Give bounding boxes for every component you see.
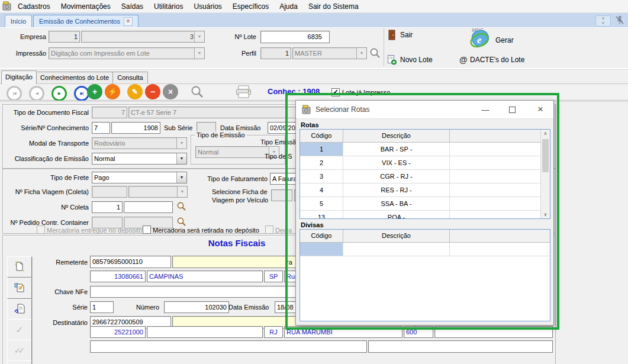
combo-arrow-icon[interactable]: ▼ xyxy=(194,31,204,42)
tab-conhecimentos-lote[interactable]: Conhecimentos do Lote xyxy=(36,72,113,84)
rota-row[interactable]: 4 RES - RJ - xyxy=(300,183,550,197)
tab-emissao-conhecimentos[interactable]: Emissão de Conhecimentos × xyxy=(33,15,139,27)
lote-impresso-checkbox[interactable]: ✓ xyxy=(331,88,340,96)
ficha-viagem-code-field[interactable] xyxy=(92,186,127,198)
coleta-field-2[interactable] xyxy=(124,201,173,213)
cancel-record-icon[interactable]: × xyxy=(163,84,178,99)
destinatario-compl-field[interactable] xyxy=(434,326,553,338)
rotas-grid[interactable]: Código Descrição 1 BAR - SP - 2 VIX - ES… xyxy=(299,129,550,219)
tabstrip-chevron-button[interactable]: ∨ ∨ xyxy=(595,15,611,27)
tipo-doc-combo[interactable]: CT-e 57 Serie 7 xyxy=(128,107,306,118)
declaracao-checkbox[interactable] xyxy=(265,226,273,234)
divisa-codigo[interactable] xyxy=(300,243,343,256)
post-record-icon[interactable]: ⚡ xyxy=(105,84,120,99)
ficha-viagem-combo[interactable]: ▼ xyxy=(128,186,188,198)
combo-arrow-icon[interactable]: ▼ xyxy=(176,153,186,164)
dialog-minimize-icon[interactable]: — xyxy=(476,101,494,118)
novo-lote-button[interactable]: Novo Lote xyxy=(387,54,440,66)
sair-button[interactable]: Sair xyxy=(388,30,430,41)
rota-codigo[interactable]: 13 xyxy=(300,211,343,219)
nf-confirm-button[interactable]: ✓ xyxy=(7,319,32,340)
empresa-code-field[interactable]: 1 xyxy=(49,31,80,43)
rota-codigo[interactable]: 2 xyxy=(300,156,343,169)
menu-sair-sistema[interactable]: Sair do Sistema xyxy=(303,0,364,13)
nav-next-record-icon[interactable]: ▶ xyxy=(51,86,67,101)
nf-numero-field[interactable]: 102030 xyxy=(164,301,229,313)
perfil-code-field[interactable]: 1 xyxy=(260,47,291,59)
rota-codigo[interactable]: 1 xyxy=(300,143,343,156)
nav-prior-record-icon[interactable]: ◀ xyxy=(29,86,44,101)
delete-record-icon[interactable]: − xyxy=(145,84,160,99)
tab-digitacao[interactable]: Digitação xyxy=(1,70,37,84)
combo-arrow-icon[interactable]: ▼ xyxy=(177,186,187,197)
rota-descricao[interactable]: VIX - ES - xyxy=(343,156,450,169)
nf-confirm-all-button[interactable]: ✓✓ xyxy=(7,340,32,361)
menu-cadastros[interactable]: Cadastros xyxy=(12,0,56,13)
menu-especificos[interactable]: Específicos xyxy=(227,0,274,13)
nf-extra-field-2[interactable] xyxy=(368,340,553,353)
menu-saidas[interactable]: Saídas xyxy=(116,0,149,13)
rota-descricao[interactable]: SSA - BA - xyxy=(343,197,450,210)
remetente-cidade-field[interactable]: CAMPINAS xyxy=(147,270,263,282)
edit-record-icon[interactable]: ✎ xyxy=(127,84,143,99)
nf-edit-button[interactable] xyxy=(7,278,32,299)
nf-serie-field[interactable]: 1 xyxy=(90,301,114,313)
lote-field[interactable]: 6835 xyxy=(260,31,330,43)
remetente-cep-field[interactable]: 13080661 xyxy=(90,270,146,282)
dialog-titlebar[interactable]: Selecionar Rotas — × xyxy=(296,101,553,119)
divisa-row[interactable] xyxy=(300,243,550,256)
chave-nfe-field[interactable] xyxy=(90,286,327,298)
nf-extra-field-1[interactable] xyxy=(90,340,367,353)
combo-arrow-icon[interactable]: ▼ xyxy=(194,48,204,59)
nav-first-record-icon[interactable]: |◀ xyxy=(7,86,22,101)
conhecimento-field[interactable]: 1908 xyxy=(111,122,160,134)
nf-cancel-button[interactable]: ✕ xyxy=(7,360,32,364)
ficha-veiculo-field-1[interactable] xyxy=(271,189,292,201)
scroll-down-icon[interactable]: ∨ xyxy=(541,212,550,217)
dialog-close-icon[interactable]: × xyxy=(532,101,549,118)
divisa-descricao[interactable] xyxy=(343,243,450,256)
coleta-num-field[interactable]: 1 xyxy=(92,201,123,213)
mercadoria-retirada-checkbox[interactable] xyxy=(143,226,151,234)
scroll-up-icon[interactable]: ∧ xyxy=(541,131,550,136)
destinatario-rua-field[interactable]: RUA MARUMBI xyxy=(284,326,402,338)
rota-codigo[interactable]: 3 xyxy=(300,170,343,183)
search-record-icon[interactable] xyxy=(191,85,204,100)
combo-arrow-icon[interactable]: ▼ xyxy=(176,138,186,149)
combo-arrow-icon[interactable]: ▼ xyxy=(176,172,186,183)
gerar-mdfe-button[interactable]: MDF e Gerar xyxy=(468,26,533,50)
divisas-grid[interactable]: Código Descrição xyxy=(299,229,550,321)
rotas-scrollbar[interactable]: ∧ ∨ xyxy=(540,130,550,218)
rota-descricao[interactable]: POA - xyxy=(343,211,450,219)
rota-row[interactable]: 3 CGR - RJ - xyxy=(300,170,550,183)
menu-movimentacoes[interactable]: Movimentações xyxy=(56,0,116,13)
unpin-icon[interactable] xyxy=(614,15,625,27)
combo-arrow-icon[interactable]: ▼ xyxy=(356,48,366,59)
rota-codigo[interactable]: 4 xyxy=(300,183,343,197)
scrollbar-thumb[interactable] xyxy=(542,139,549,172)
rota-descricao[interactable]: CGR - RJ - xyxy=(343,170,450,183)
rota-row[interactable]: 1 BAR - SP - xyxy=(300,143,550,156)
menu-ajuda[interactable]: Ajuda xyxy=(274,0,303,13)
tab-consulta[interactable]: Consulta xyxy=(112,72,148,84)
tipo-doc-code-field[interactable]: 7 xyxy=(92,107,127,118)
rota-row[interactable]: 13 POA - xyxy=(300,211,550,219)
rota-descricao[interactable]: RES - RJ - xyxy=(343,183,450,197)
empresa-name-combo[interactable]: 3 ▼ xyxy=(81,31,205,43)
remetente-doc-field[interactable]: 08579695000110 xyxy=(90,256,171,268)
destinatario-numero-field[interactable]: 600 xyxy=(404,326,433,338)
dialog-maximize-icon[interactable] xyxy=(503,101,521,118)
perfil-combo[interactable]: MASTER ▼ xyxy=(292,47,367,59)
dacte-lote-button[interactable]: @ DACTE's do Lote xyxy=(459,54,536,66)
rota-row[interactable]: 5 SSA - BA - xyxy=(300,197,550,211)
serie-field[interactable]: 7 xyxy=(92,122,110,134)
rota-codigo[interactable]: 5 xyxy=(300,197,343,210)
nf-new-button[interactable] xyxy=(7,256,32,278)
insert-record-icon[interactable]: + xyxy=(87,84,102,99)
tab-close-icon[interactable]: × xyxy=(124,17,133,26)
print-icon[interactable] xyxy=(236,85,252,100)
classificacao-combo[interactable]: Normal ▼ xyxy=(92,153,187,165)
rota-descricao[interactable]: BAR - SP - xyxy=(343,143,450,156)
menu-utilitarios[interactable]: Utilitários xyxy=(149,0,188,13)
remetente-uf-field[interactable]: SP xyxy=(264,270,283,282)
